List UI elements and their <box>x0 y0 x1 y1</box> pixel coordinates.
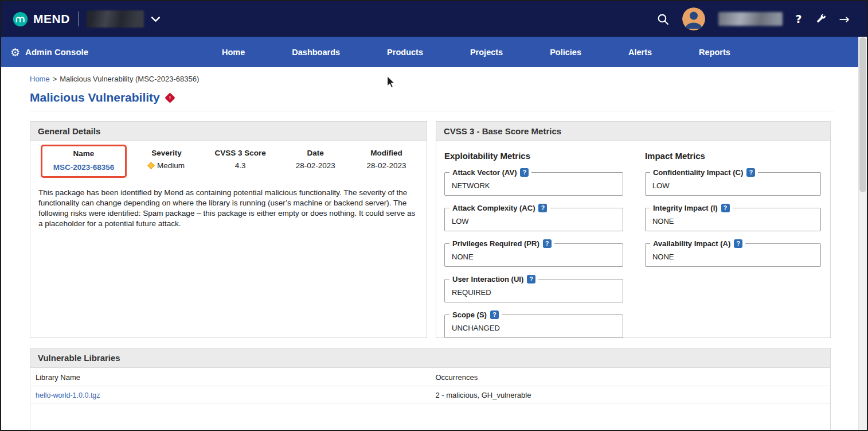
metric-confidentiality-impact: Confidentiality Impact (C)? LOW <box>645 172 821 196</box>
col-header-severity: Severity <box>132 149 201 157</box>
topbar-actions: ? → <box>657 7 850 30</box>
topbar: MEND ? → <box>1 1 867 37</box>
col-header-date: Date <box>280 149 351 157</box>
help-icon[interactable]: ? <box>796 13 802 25</box>
mend-logo-icon <box>13 11 28 27</box>
details-table: Name MSC-2023-68356 Severity Medium <box>30 141 427 178</box>
exploitability-metrics-column: Exploitability Metrics Attack Vector (AV… <box>444 146 623 350</box>
admin-console-button[interactable]: ⚙ Admin Console <box>10 46 198 59</box>
metric-availability-impact: Availability Impact (A)? NONE <box>645 243 821 267</box>
vulnerability-description: This package has been identified by Mend… <box>38 188 417 229</box>
help-tooltip-icon[interactable]: ? <box>490 310 499 319</box>
date-value: 28-02-2023 <box>280 161 351 170</box>
breadcrumb-separator: > <box>53 75 57 83</box>
breadcrumb-home-link[interactable]: Home <box>30 75 50 83</box>
help-tooltip-icon[interactable]: ? <box>543 239 552 248</box>
logout-icon[interactable]: → <box>839 12 850 26</box>
vulnerability-id-link[interactable]: MSC-2023-68356 <box>53 163 115 172</box>
col-header-name: Name <box>46 149 122 158</box>
brand: MEND <box>13 11 70 27</box>
details-col-date: Date 28-02-2023 <box>280 149 351 178</box>
metric-user-interaction: User Interaction (UI)? REQUIRED <box>444 279 623 302</box>
brand-name: MEND <box>33 12 70 26</box>
vulnerable-libraries-panel: Vulnerable Libraries Library Name Occurr… <box>30 348 831 431</box>
metric-integrity-impact: Integrity Impact (I)? NONE <box>645 208 821 231</box>
help-tooltip-icon[interactable]: ? <box>721 204 730 212</box>
nav-items: Home Dashboards Products Projects Polici… <box>198 48 754 57</box>
content: Home>Malicious Vulnerability (MSC-2023-6… <box>1 75 867 431</box>
gear-icon: ⚙ <box>10 46 20 59</box>
library-link[interactable]: hello-world-1.0.0.tgz <box>36 391 100 399</box>
occurrences-value: 2 - malicious, GH_vulnerable <box>431 386 831 404</box>
metric-label: Confidentiality Impact (C) <box>653 168 743 177</box>
divider <box>78 11 79 26</box>
impact-metrics-title: Impact Metrics <box>645 151 821 161</box>
annotation-highlight-box: Name MSC-2023-68356 <box>41 145 127 178</box>
details-col-name: Name MSC-2023-68356 <box>38 149 132 178</box>
details-col-severity: Severity Medium <box>132 149 201 178</box>
help-tooltip-icon[interactable]: ? <box>746 168 755 177</box>
details-col-cvss: CVSS 3 Score 4.3 <box>201 149 280 178</box>
org-selector[interactable] <box>87 10 161 28</box>
org-name-redacted <box>87 10 144 28</box>
nav-item-policies[interactable]: Policies <box>526 48 605 57</box>
modified-value: 28-02-2023 <box>351 161 422 170</box>
admin-console-label: Admin Console <box>25 47 88 57</box>
username-redacted <box>718 12 783 26</box>
metric-label: Privileges Required (PR) <box>452 239 539 248</box>
nav-item-reports[interactable]: Reports <box>675 48 754 57</box>
metric-attack-vector: Attack Vector (AV)? NETWORK <box>444 172 623 196</box>
page-title: Malicious Vulnerability ! <box>30 91 867 104</box>
metric-privileges-required: Privileges Required (PR)? NONE <box>444 243 623 267</box>
vertical-scrollbar[interactable] <box>858 37 867 430</box>
nav-item-products[interactable]: Products <box>363 48 447 57</box>
scrollbar-thumb[interactable] <box>859 37 866 192</box>
nav-item-home[interactable]: Home <box>198 48 268 57</box>
general-details-header: General Details <box>30 122 427 141</box>
cvss-score-value: 4.3 <box>201 161 280 170</box>
metric-label: Attack Complexity (AC) <box>452 203 535 213</box>
breadcrumb: Home>Malicious Vulnerability (MSC-2023-6… <box>30 75 867 83</box>
cvss-metrics-header: CVSS 3 - Base Score Metrics <box>436 122 830 141</box>
chevron-down-icon[interactable] <box>151 16 161 22</box>
malicious-severity-icon: ! <box>165 92 175 103</box>
exploitability-metrics-title: Exploitability Metrics <box>444 151 623 161</box>
wrench-icon[interactable] <box>815 14 826 25</box>
metric-label: Availability Impact (A) <box>653 239 730 248</box>
vulnerable-libraries-table: Library Name Occurrences hello-world-1.0… <box>30 368 830 404</box>
vulnerable-libraries-header: Vulnerable Libraries <box>30 348 830 368</box>
title-divider <box>30 111 834 111</box>
metric-label: User Interaction (UI) <box>452 274 523 284</box>
nav-item-dashboards[interactable]: Dashboards <box>268 48 363 57</box>
general-details-body: Name MSC-2023-68356 Severity Medium <box>30 141 427 229</box>
col-header-modified: Modified <box>351 149 422 157</box>
metric-attack-complexity: Attack Complexity (AC)? LOW <box>444 208 623 231</box>
general-details-panel: General Details Name MSC-2023-68356 Seve… <box>30 121 427 338</box>
help-tooltip-icon[interactable]: ? <box>538 204 547 212</box>
nav-item-projects[interactable]: Projects <box>447 48 526 57</box>
main-nav: ⚙ Admin Console Home Dashboards Products… <box>1 37 867 67</box>
table-row: hello-world-1.0.0.tgz 2 - malicious, GH_… <box>30 386 830 404</box>
metric-scope: Scope (S)? UNCHANGED <box>444 314 623 338</box>
details-col-modified: Modified 28-02-2023 <box>351 149 422 178</box>
cvss-metrics-panel: CVSS 3 - Base Score Metrics Exploitabili… <box>436 121 831 338</box>
nav-item-alerts[interactable]: Alerts <box>605 48 675 57</box>
col-header-occurrences: Occurrences <box>431 368 831 386</box>
help-tooltip-icon[interactable]: ? <box>527 275 535 284</box>
breadcrumb-current: Malicious Vulnerability (MSC-2023-68356) <box>60 75 199 83</box>
metric-label: Scope (S) <box>452 310 487 320</box>
col-header-cvss: CVSS 3 Score <box>201 149 280 157</box>
col-header-library-name: Library Name <box>30 368 431 386</box>
cvss-metrics-body: Exploitability Metrics Attack Vector (AV… <box>436 141 830 350</box>
help-tooltip-icon[interactable]: ? <box>734 239 742 248</box>
severity-medium-icon <box>147 162 155 169</box>
avatar[interactable] <box>682 7 705 30</box>
help-tooltip-icon[interactable]: ? <box>520 168 529 177</box>
metric-label: Integrity Impact (I) <box>653 203 718 213</box>
search-icon[interactable] <box>657 13 669 25</box>
severity-value: Medium <box>157 161 185 170</box>
app-window: MEND ? → ⚙ Admin Console <box>0 0 868 431</box>
page-title-text: Malicious Vulnerability <box>30 91 160 104</box>
impact-metrics-column: Impact Metrics Confidentiality Impact (C… <box>645 146 821 350</box>
panels-row: General Details Name MSC-2023-68356 Seve… <box>30 121 834 338</box>
